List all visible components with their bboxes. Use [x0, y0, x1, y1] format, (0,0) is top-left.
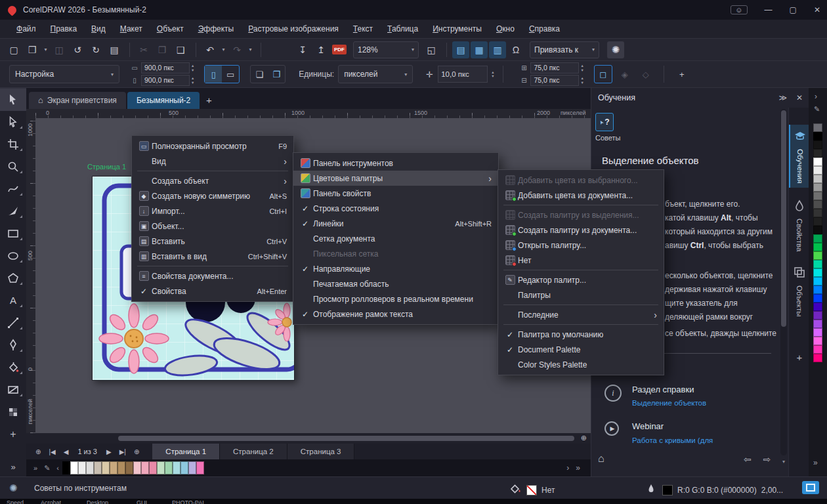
menubar-item-1[interactable]: Правка [43, 20, 85, 38]
palettes-menu-item-13[interactable]: ✓Палитра по умолчанию [498, 327, 664, 342]
color-swatch[interactable] [102, 461, 110, 474]
palettes-menu-item-1[interactable]: Добавить цвета из документа... [498, 188, 664, 203]
spinner[interactable]: ▴▾ [492, 70, 494, 79]
landscape-button[interactable]: ▭ [222, 66, 239, 83]
color-swatch[interactable] [813, 166, 822, 175]
first-page-button[interactable]: |◀ [45, 448, 59, 455]
color-swatch[interactable] [813, 243, 822, 251]
scrollbar-thumb[interactable] [118, 436, 574, 441]
spinner[interactable]: ▴▾ [192, 64, 194, 72]
add-tool-button[interactable]: + [0, 423, 26, 446]
context-menu-item-8[interactable]: Вставить в видCtrl+Shift+V [132, 249, 293, 264]
color-swatch[interactable] [813, 251, 822, 260]
zoom-in-icon[interactable]: ⊕ [581, 434, 587, 442]
palettes-menu-item-15[interactable]: Color Styles Palette [498, 357, 664, 372]
scroll-down-icon[interactable]: ▾ [780, 459, 787, 465]
color-swatch[interactable] [813, 311, 822, 320]
color-swatch[interactable] [62, 461, 70, 474]
account-icon[interactable]: ☺ [731, 5, 747, 14]
color-swatch[interactable] [813, 175, 822, 183]
context-menu-item-7[interactable]: ВставитьCtrl+V [132, 234, 293, 249]
outline-pen-tool[interactable] [0, 334, 26, 356]
context-menu-item-0[interactable]: Полноэкранный просмотрF9 [132, 138, 293, 154]
whats-this-button[interactable]: ➤? [595, 113, 614, 131]
tab-document[interactable]: Безымянный-2 [127, 92, 200, 109]
last-page-button[interactable]: ▶| [116, 448, 130, 455]
polygon-tool[interactable] [0, 267, 26, 289]
status-badge[interactable] [802, 481, 819, 494]
spinner[interactable]: ▴▾ [581, 76, 583, 85]
publish-pdf-button[interactable]: PDF [331, 41, 348, 58]
view-menu-item-8[interactable]: Печатаемая область [293, 276, 498, 291]
palette-scroll-right-icon[interactable]: › [566, 463, 569, 472]
menubar-item-6[interactable]: Растровые изображения [241, 20, 346, 38]
portrait-button[interactable]: ▯ [205, 66, 222, 83]
color-swatch[interactable] [813, 345, 822, 354]
horizontal-scrollbar[interactable]: ⊕ [26, 433, 591, 444]
export-button[interactable]: ↥ [312, 41, 329, 58]
import-button[interactable]: ↧ [294, 41, 311, 58]
palettes-menu-item-11[interactable]: Последние› [498, 307, 664, 322]
color-swatch[interactable] [813, 268, 822, 277]
palette-flyout-icon[interactable]: » [30, 464, 41, 472]
upload-cloud-button[interactable]: ↺ [69, 41, 86, 58]
docker-home-icon[interactable]: ⌂ [598, 453, 604, 465]
previous-page-button[interactable]: ◀ [60, 448, 73, 455]
color-swatch[interactable] [813, 294, 822, 303]
help-link[interactable]: Выделение объектов [632, 399, 706, 407]
color-swatch[interactable] [813, 285, 822, 294]
color-swatch[interactable] [813, 158, 822, 166]
color-swatch[interactable] [813, 123, 822, 132]
snap-toggle-button[interactable]: Ω [507, 41, 524, 58]
maximize-button[interactable]: ▢ [790, 5, 797, 14]
color-swatch[interactable] [813, 140, 822, 149]
palettes-menu-item-8[interactable]: Редактор палитр... [498, 272, 664, 287]
view-menu-item-2[interactable]: Панель свойств [293, 186, 498, 201]
status-gear-icon[interactable]: ✺ [9, 482, 18, 494]
color-swatch[interactable] [813, 320, 822, 328]
no-fill-swatch[interactable] [526, 485, 537, 495]
next-page-button[interactable]: ▶ [102, 448, 116, 455]
palettes-menu-item-4[interactable]: Создать палитру из документа... [498, 222, 664, 238]
menubar-item-9[interactable]: Инструменты [425, 20, 489, 38]
context-menu-item-5[interactable]: Импорт...Ctrl+I [132, 203, 293, 219]
color-swatch[interactable] [813, 234, 822, 243]
palette-more-icon[interactable]: » [813, 458, 818, 467]
transparency-tool[interactable] [0, 401, 26, 423]
add-control-button[interactable]: + [673, 66, 690, 83]
color-swatch[interactable] [813, 132, 822, 140]
new-document-button[interactable]: ▢ [5, 41, 22, 58]
freehand-tool[interactable] [0, 178, 26, 200]
color-swatch[interactable] [813, 192, 822, 200]
view-menu-item-10[interactable]: ✓Отображение рамок текста [293, 306, 498, 322]
page-tab-2[interactable]: Страница 3 [287, 444, 355, 459]
add-page-button-2[interactable]: ⊕ [130, 448, 143, 455]
open-button[interactable]: ❒ [24, 41, 41, 58]
menubar-item-8[interactable]: Таблица [380, 20, 425, 38]
toolbox-overflow-button[interactable]: » [0, 462, 26, 472]
minimize-button[interactable]: — [765, 5, 773, 14]
context-menu-item-10[interactable]: Свойства документа... [132, 268, 293, 284]
options-button[interactable]: ✺ [607, 41, 624, 58]
print-button[interactable]: ▤ [106, 41, 123, 58]
view-menu-item-5[interactable]: Сетка документа [293, 231, 498, 246]
palette-more-icon[interactable]: » [576, 463, 580, 472]
palette-flyout-icon[interactable]: › [815, 92, 817, 101]
color-swatch[interactable] [117, 461, 125, 474]
color-swatch[interactable] [196, 461, 204, 474]
tab-welcome-screen[interactable]: ⌂ Экран приветствия [29, 92, 126, 109]
page-height-field[interactable]: 900,0 пкс [141, 75, 190, 86]
context-menu-item-11[interactable]: ✓СвойстваAlt+Enter [132, 284, 293, 299]
color-swatch[interactable] [173, 461, 180, 474]
docker-tab-2[interactable]: Объекты [789, 261, 810, 321]
current-page-button[interactable]: ❐ [268, 66, 285, 83]
palette-edit-icon[interactable]: ✎ [814, 105, 820, 114]
color-swatch[interactable] [157, 461, 165, 474]
view-menu-item-1[interactable]: Цветовые палитры› [293, 171, 498, 186]
nudge-field[interactable]: 10,0 пкс [438, 66, 488, 83]
menubar-item-5[interactable]: Эффекты [191, 20, 242, 38]
all-pages-button[interactable]: ❏ [251, 66, 268, 83]
pick-tool[interactable] [0, 89, 26, 111]
preset-combo[interactable]: Настройка▾ [9, 65, 119, 83]
docker-tab-1[interactable]: Свойства [789, 194, 810, 257]
